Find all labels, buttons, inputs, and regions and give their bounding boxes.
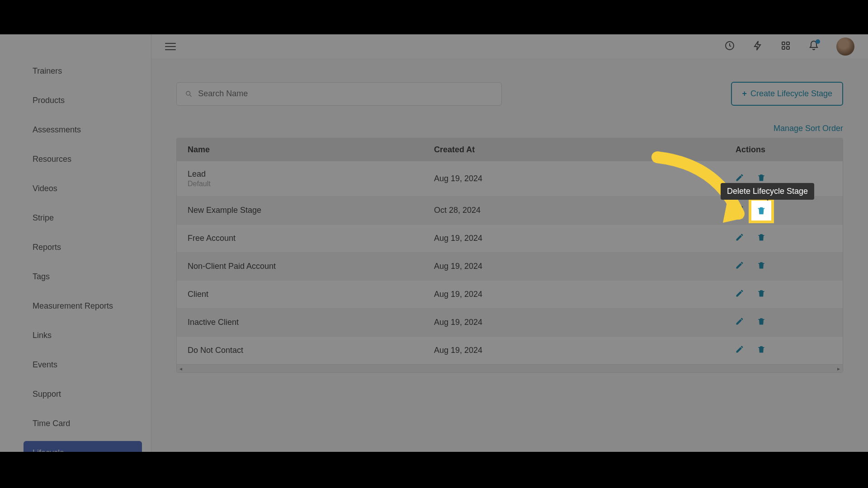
- scroll-right-arrow[interactable]: ▸: [837, 366, 840, 372]
- topbar: [151, 34, 868, 59]
- horizontal-scrollbar[interactable]: ◂ ▸: [177, 364, 843, 372]
- delete-tooltip: Delete Lifecycle Stage: [721, 183, 814, 200]
- manage-sort-order-link[interactable]: Manage Sort Order: [774, 124, 843, 133]
- clock-icon[interactable]: [724, 40, 735, 53]
- sidebar-item-trainers[interactable]: Trainers: [24, 59, 142, 83]
- col-name: Name: [188, 145, 434, 155]
- edit-icon[interactable]: [735, 345, 744, 356]
- table-row: ClientAug 19, 2024: [177, 280, 843, 308]
- topbar-icons: [724, 38, 854, 56]
- notification-dot: [816, 39, 820, 44]
- plus-icon: +: [742, 89, 747, 99]
- sidebar-item-reports[interactable]: Reports: [24, 235, 142, 259]
- scroll-left-arrow[interactable]: ◂: [179, 366, 182, 372]
- app-window: TrainersProductsAssessmentsResourcesVide…: [0, 34, 868, 452]
- row-created: Aug 19, 2024: [434, 174, 669, 183]
- sidebar-item-support[interactable]: Support: [24, 382, 142, 406]
- sidebar-item-stripe[interactable]: Stripe: [24, 206, 142, 230]
- row-created: Aug 19, 2024: [434, 234, 669, 243]
- edit-icon[interactable]: [735, 289, 744, 300]
- apps-icon[interactable]: [780, 40, 791, 53]
- row-name: New Example Stage: [188, 206, 434, 215]
- svg-rect-3: [782, 47, 785, 49]
- row-actions: [669, 261, 832, 272]
- sidebar-item-links[interactable]: Links: [24, 324, 142, 347]
- search-icon: [185, 90, 193, 98]
- sidebar-item-events[interactable]: Events: [24, 353, 142, 377]
- sidebar-item-tags[interactable]: Tags: [24, 265, 142, 289]
- row-actions: [669, 345, 832, 356]
- svg-rect-4: [787, 47, 789, 49]
- svg-rect-1: [782, 42, 785, 45]
- sidebar-item-resources[interactable]: Resources: [24, 147, 142, 171]
- row-name: LeadDefault: [188, 169, 434, 188]
- trash-icon[interactable]: [757, 345, 766, 356]
- row-created: Aug 19, 2024: [434, 318, 669, 327]
- bell-icon[interactable]: [808, 40, 819, 53]
- edit-icon[interactable]: [735, 261, 744, 272]
- search-input[interactable]: [198, 89, 493, 99]
- row-created: Aug 19, 2024: [434, 290, 669, 299]
- sidebar-item-time-card[interactable]: Time Card: [24, 412, 142, 436]
- row-actions: [669, 289, 832, 300]
- sidebar: TrainersProductsAssessmentsResourcesVide…: [0, 34, 151, 452]
- sidebar-item-videos[interactable]: Videos: [24, 177, 142, 201]
- row-created: Aug 19, 2024: [434, 346, 669, 355]
- svg-point-5: [186, 91, 190, 95]
- sidebar-item-measurement-reports[interactable]: Measurement Reports: [24, 294, 142, 318]
- row-subtext: Default: [188, 180, 434, 188]
- row-created: Oct 28, 2024: [434, 206, 669, 215]
- avatar[interactable]: [836, 38, 854, 56]
- table-row: Non-Client Paid AccountAug 19, 2024: [177, 252, 843, 280]
- create-lifecycle-button[interactable]: + Create Lifecycle Stage: [731, 82, 843, 106]
- trash-icon[interactable]: [757, 289, 766, 300]
- row-created: Aug 19, 2024: [434, 262, 669, 271]
- row-name: Inactive Client: [188, 318, 434, 327]
- edit-icon[interactable]: [735, 317, 744, 328]
- search-input-wrap[interactable]: [176, 82, 502, 106]
- table-row: Inactive ClientAug 19, 2024: [177, 308, 843, 336]
- svg-rect-2: [787, 42, 789, 45]
- row-name: Non-Client Paid Account: [188, 262, 434, 271]
- create-button-label: Create Lifecycle Stage: [750, 89, 832, 99]
- trash-icon[interactable]: [757, 261, 766, 272]
- sidebar-item-products[interactable]: Products: [24, 89, 142, 113]
- row-name: Free Account: [188, 234, 434, 243]
- col-created: Created At: [434, 145, 669, 155]
- table-row: Do Not ContactAug 19, 2024: [177, 336, 843, 364]
- main-area: + Create Lifecycle Stage Manage Sort Ord…: [151, 34, 868, 452]
- row-name: Client: [188, 290, 434, 299]
- menu-toggle-icon[interactable]: [165, 43, 176, 50]
- bolt-icon[interactable]: [752, 40, 763, 53]
- row-actions: [669, 317, 832, 328]
- trash-icon[interactable]: [757, 317, 766, 328]
- sidebar-item-assessments[interactable]: Assessments: [24, 118, 142, 142]
- row-name: Do Not Contact: [188, 346, 434, 355]
